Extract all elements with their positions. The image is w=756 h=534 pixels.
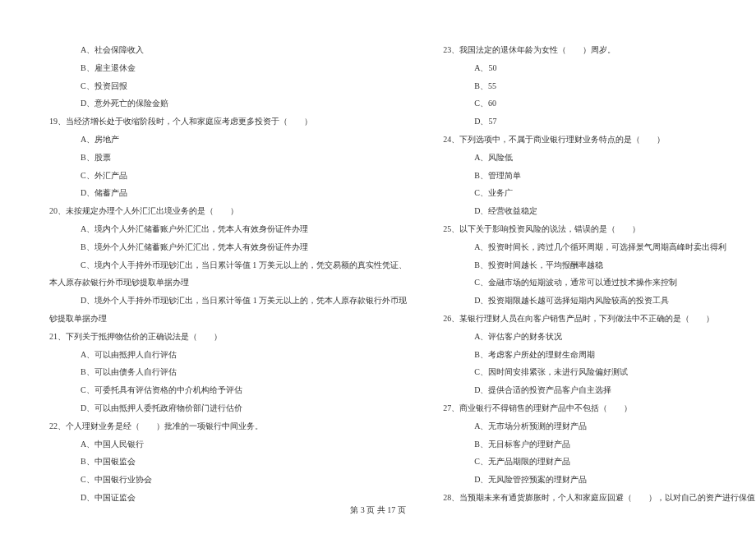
option-line: B、投资时间越长，平均报酬率越稳 xyxy=(443,256,756,274)
page-footer: 第 3 页 共 17 页 xyxy=(0,504,756,516)
option-line: D、57 xyxy=(443,113,756,131)
option-line: B、雇主退休金 xyxy=(49,59,407,77)
question-line: 26、某银行理财人员在向客户销售产品时，下列做法中不正确的是（ ） xyxy=(443,310,756,328)
option-line: D、经营收益稳定 xyxy=(443,202,756,220)
continuation-line: 钞提取单据办理 xyxy=(49,310,407,328)
option-line: A、社会保障收入 xyxy=(49,41,407,59)
option-line: B、股票 xyxy=(49,149,407,167)
question-line: 25、以下关于影响投资风险的说法，错误的是（ ） xyxy=(443,220,756,238)
option-line: C、投资回报 xyxy=(49,77,407,95)
option-line: A、风险低 xyxy=(443,149,756,167)
question-line: 22、个人理财业务是经（ ）批准的一项银行中间业务。 xyxy=(49,417,407,435)
option-line: C、可委托具有评估资格的中介机构给予评估 xyxy=(49,381,407,399)
right-column: 23、我国法定的退休年龄为女性（ ）周岁。A、50B、55C、60D、5724、… xyxy=(443,41,756,501)
option-line: C、60 xyxy=(443,94,756,113)
continuation-line: 本人原存款银行外币现钞提取单据办理 xyxy=(49,274,407,292)
option-line: D、储蓄产品 xyxy=(49,184,407,202)
question-line: 20、未按规定办理个人外汇汇出境业务的是（ ） xyxy=(49,202,407,220)
option-line: A、无市场分析预测的理财产品 xyxy=(443,417,756,435)
question-line: 23、我国法定的退休年龄为女性（ ）周岁。 xyxy=(443,41,756,59)
option-line: C、无产品期限的理财产品 xyxy=(443,453,756,471)
option-line: C、外汇产品 xyxy=(49,167,407,185)
option-line: B、中国银监会 xyxy=(49,453,407,471)
option-line: A、中国人民银行 xyxy=(49,435,407,453)
option-line: C、境内个人手持外币现钞汇出，当日累计等值 1 万美元以上的，凭交易额的真实性凭… xyxy=(49,256,407,274)
option-line: C、因时间安排紧张，未进行风险偏好测试 xyxy=(443,363,756,381)
question-line: 19、当经济增长处于收缩阶段时，个人和家庭应考虑更多投资于（ ） xyxy=(49,113,407,131)
option-line: A、投资时间长，跨过几个循环周期，可选择景气周期高峰时卖出得利 xyxy=(443,238,756,256)
option-line: D、提供合适的投资产品客户自主选择 xyxy=(443,381,756,399)
option-line: A、50 xyxy=(443,59,756,77)
option-line: A、境内个人外汇储蓄账户外汇汇出，凭本人有效身份证件办理 xyxy=(49,220,407,238)
option-line: A、评估客户的财务状况 xyxy=(443,328,756,346)
option-line: D、意外死亡的保险金赔 xyxy=(49,94,407,113)
option-line: D、可以由抵押人委托政府物价部门进行估价 xyxy=(49,399,407,417)
option-line: B、可以由债务人自行评估 xyxy=(49,363,407,381)
option-line: C、金融市场的短期波动，通常可以通过技术操作来控制 xyxy=(443,274,756,292)
option-line: D、境外个人手持外币现钞汇出，当日累计等值 1 万美元以上的，凭本人原存款银行外… xyxy=(49,292,407,310)
question-line: 21、下列关于抵押物估价的正确说法是（ ） xyxy=(49,328,407,346)
option-line: B、考虑客户所处的理财生命周期 xyxy=(443,346,756,364)
question-line: 24、下列选项中，不属于商业银行理财业务特点的是（ ） xyxy=(443,131,756,149)
option-line: C、中国银行业协会 xyxy=(49,471,407,489)
option-line: B、55 xyxy=(443,77,756,95)
option-line: D、无风险管控预案的理财产品 xyxy=(443,471,756,489)
option-line: B、管理简单 xyxy=(443,167,756,185)
left-column: A、社会保障收入B、雇主退休金C、投资回报D、意外死亡的保险金赔19、当经济增长… xyxy=(49,41,407,501)
page-container: A、社会保障收入B、雇主退休金C、投资回报D、意外死亡的保险金赔19、当经济增长… xyxy=(49,41,707,501)
option-line: A、房地产 xyxy=(49,131,407,149)
option-line: B、无目标客户的理财产品 xyxy=(443,435,756,453)
option-line: C、业务广 xyxy=(443,184,756,202)
option-line: A、可以由抵押人自行评估 xyxy=(49,346,407,364)
option-line: B、境外个人外汇储蓄账户外汇汇出，凭本人有效身份证件办理 xyxy=(49,238,407,256)
question-line: 27、商业银行不得销售的理财产品中不包括（ ） xyxy=(443,399,756,417)
option-line: D、投资期限越长越可选择短期内风险较高的投资工具 xyxy=(443,292,756,310)
